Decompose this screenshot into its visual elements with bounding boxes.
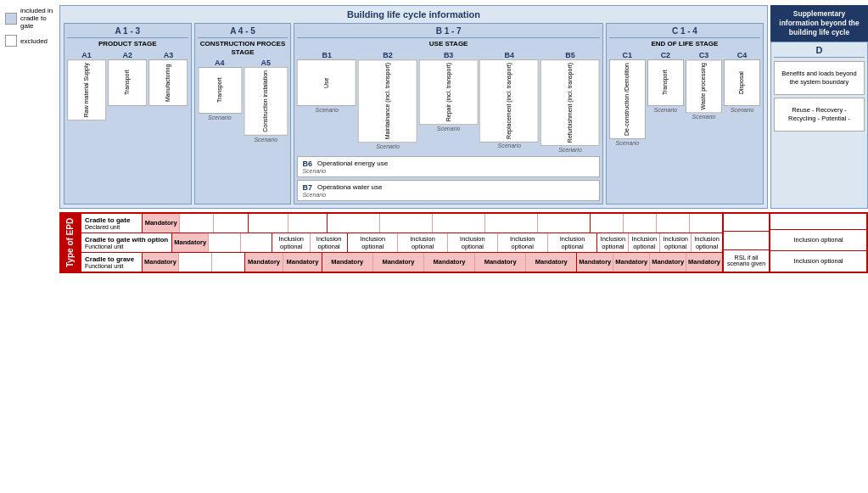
epd-r1-a4 [249, 214, 288, 232]
rsl-r1 [724, 214, 769, 232]
epd-row1-c14 [591, 214, 722, 232]
epd-r2-b5: Inclusion optional [548, 233, 597, 252]
a13-stage: PRODUCT stage [67, 40, 188, 48]
epd-r3-a2 [179, 253, 212, 272]
epd-r2-b4: Inclusion optional [498, 233, 548, 252]
c14-stage: END OF LIFE stage [609, 40, 760, 48]
epd-r2-c3: Inclusion optional [660, 233, 692, 252]
epd-r1-b3 [433, 214, 485, 232]
a4-label: Transport [198, 67, 242, 114]
a13-code: A 1 - 3 [67, 26, 188, 38]
a5-scenario: Scenario [254, 137, 277, 143]
a4-code: A4 [215, 59, 225, 67]
epd-r1-b1 [328, 214, 380, 232]
epd-r1-a5 [288, 214, 328, 232]
epd-d-r2: Inclusion optional [770, 230, 866, 251]
epd-section: Type of EPD Cradle to gate Declared unit… [59, 212, 868, 273]
epd-row-1: Cradle to gate Declared unit Mandatory [81, 214, 722, 233]
epd-d-col: Inclusion optional Inclusion optional [770, 212, 868, 273]
epd-r2-a1: Mandatory [172, 233, 209, 252]
epd-r1-a1: Mandatory [143, 214, 180, 232]
legend-box-empty [5, 35, 17, 47]
epd-r2-b3: Inclusion optional [448, 233, 498, 252]
b6-code: B6 [302, 160, 312, 168]
epd-row1-label: Cradle to gate Declared unit [81, 214, 143, 232]
a2-label: Transport [108, 59, 147, 106]
epd-row3-a45: Mandatory Mandatory [245, 253, 322, 272]
epd-row3-label: Cradle to grave Functional unit [81, 253, 143, 272]
group-a45: A 4 - 5 CONSTRUCTION PROCES stage A4 Tra… [194, 23, 292, 204]
a3-label: Manufactoring [148, 59, 188, 106]
rsl-r2 [724, 232, 769, 250]
epd-r2-c2: Inclusion optional [629, 233, 660, 252]
epd-row3-a13: Mandatory [143, 253, 245, 272]
b17-code: B 1 - 7 [297, 26, 599, 38]
a2-code: A2 [123, 51, 133, 59]
epd-row3-c14: Mandatory Mandatory Mandatory Mandatory [577, 253, 722, 272]
col-a5: A5 Construction instalation Scenario [244, 59, 288, 143]
b7-label: Operationa water use [317, 183, 383, 191]
epd-r2-a3 [241, 233, 272, 252]
legend: included in cradle to gate excluded [0, 0, 59, 493]
c14-code: C 1 - 4 [609, 26, 760, 38]
epd-r1-b5 [538, 214, 590, 232]
epd-d-r3: Inclusion optional [770, 251, 866, 272]
epd-r1-c4 [690, 214, 722, 232]
epd-r3-c4: Mandatory [686, 253, 722, 272]
rsl-d-col: RSL if all scenario given [724, 212, 770, 273]
b17-stage: USE stage [297, 40, 599, 48]
epd-row1-a13: Mandatory [143, 214, 249, 232]
group-b17: B 1 - 7 USE stage B1 Use Scenario B2 Mai… [294, 23, 602, 204]
a5-label: Construction instalation [244, 67, 288, 136]
epd-row1-a45 [249, 214, 328, 232]
lifecycle-diagram: Building life cycle information A 1 - 3 … [59, 5, 768, 209]
d-content: Reuse - Recovery - Recycling - Potential… [774, 98, 865, 132]
a1-code: A1 [81, 51, 92, 59]
epd-r1-b4 [485, 214, 538, 232]
col-b2: B2 Maintainance (incl. transport) Scenar… [358, 51, 417, 153]
c3-label: Waste processing [686, 59, 722, 113]
b3-label: Repair (incl. transport) [419, 59, 479, 125]
col-c2: C2 Transport Scenario [647, 51, 684, 146]
col-b1: B1 Use Scenario [297, 51, 356, 153]
epd-r1-a2 [180, 214, 214, 232]
b7-code: B7 [302, 183, 312, 192]
group-c14: C 1 - 4 END OF LIFE stage C1 De-construc… [606, 23, 764, 204]
epd-r1-c2 [624, 214, 657, 232]
b6-label: Operational energy use [317, 160, 388, 167]
b5-label: Refurbishment (incl. transport) [540, 59, 600, 146]
b4-label: Replacement (incl. transport) [479, 59, 539, 143]
legend-included-label: included in cradle to gate [20, 7, 54, 30]
col-b5: B5 Refurbishment (incl. transport) Scena… [540, 51, 600, 153]
epd-r1-b2 [380, 214, 433, 232]
b6-box: B6 Operational energy use Scenario [297, 156, 599, 177]
col-a3: A3 Manufactoring [148, 51, 188, 120]
legend-box-filled [5, 13, 17, 25]
legend-excluded: excluded [5, 35, 54, 47]
epd-r3-a5: Mandatory [283, 253, 321, 272]
b7-scenario: Scenario [302, 192, 594, 198]
epd-r2-c4: Inclusion optional [692, 233, 722, 252]
epd-r3-a4: Mandatory [245, 253, 283, 272]
epd-row-3: Cradle to grave Functional unit Mandator… [81, 253, 722, 272]
left-part: Building life cycle information A 1 - 3 … [59, 0, 868, 493]
legend-included: included in cradle to gate [5, 7, 54, 30]
d-benefits: Benefits and loads beyond the system bou… [774, 61, 865, 95]
a45-code: A 4 - 5 [198, 26, 288, 38]
epd-r3-c3: Mandatory [650, 253, 686, 272]
epd-r3-c2: Mandatory [613, 253, 650, 272]
epd-row2-b15: Inclusion optional Inclusion optional In… [348, 233, 597, 252]
c2-label: Transport [647, 59, 684, 106]
epd-row3-b15: Mandatory Mandatory Mandatory Mandatory … [322, 253, 578, 272]
epd-rows: Cradle to gate Declared unit Mandatory [80, 212, 724, 273]
epd-r3-a1: Mandatory [143, 253, 179, 272]
epd-r3-b5: Mandatory [526, 253, 576, 272]
epd-row2-a45: Inclusion optional Inclusion optional [272, 233, 348, 252]
epd-r1-c3 [657, 214, 690, 232]
a3-code: A3 [164, 51, 174, 59]
c4-label: Disposal [724, 59, 760, 106]
epd-r2-c1: Inclusion optional [597, 233, 629, 252]
main-container: included in cradle to gate excluded Buil… [0, 0, 868, 493]
col-b3: B3 Repair (incl. transport) Scenario [419, 51, 479, 153]
epd-row-2: Cradle to gate with option Functional un… [81, 233, 722, 253]
